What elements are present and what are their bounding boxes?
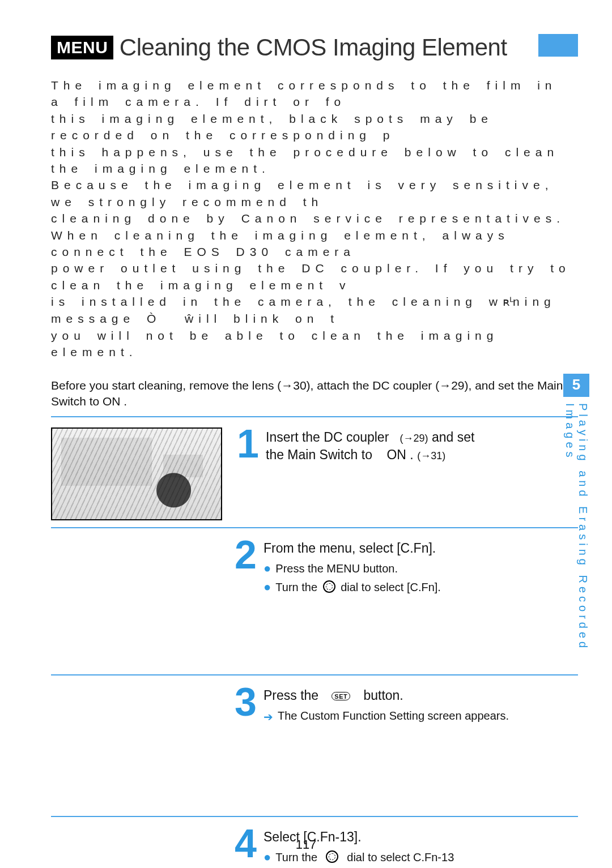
bullet-icon: ● (264, 562, 271, 575)
bullet-icon: ● (264, 581, 271, 593)
arrow-icon: ➔ (264, 709, 273, 725)
dial-icon (326, 850, 338, 863)
step-2-bullet: ● Turn the dial to select [C.Fn]. (264, 579, 567, 596)
step-2-head: From the menu, select [C.Fn]. (264, 540, 567, 557)
intro-line: this happens, use the procedure below to… (51, 144, 578, 177)
step-1-line: the Main Switch to ON . (→31) (266, 446, 567, 464)
intro-line: cleaning done by Canon service represent… (51, 210, 578, 226)
divider (51, 416, 578, 417)
page-heading: MENU Cleaning the CMOS Imaging Element (51, 34, 578, 61)
camera-illustration (51, 427, 222, 520)
before-note: Before you start cleaning, remove the le… (51, 378, 578, 410)
intro-line: this imaging element, black spots may be… (51, 110, 578, 144)
step-2-bullet: ● Press the MENU button. (264, 561, 567, 577)
step-3-head: Press the SET button. (264, 687, 567, 704)
step-2: 2 From the menu, select [C.Fn]. ● Press … (51, 538, 578, 629)
chapter-label: Playing and Erasing Recorded Images (563, 401, 589, 686)
step-number: 3 (230, 686, 261, 720)
page-number: 117 (0, 837, 612, 852)
step-number: 2 (230, 538, 261, 572)
intro-line: you will not be able to clean the imagin… (51, 327, 578, 361)
intro-line: When cleaning the imaging element, alway… (51, 227, 578, 260)
illustration-placeholder (51, 538, 220, 629)
set-button-icon: SET (332, 692, 350, 700)
menu-badge: MENU (51, 36, 113, 59)
intro-line: power outlet using the DC coupler. If yo… (51, 260, 578, 293)
divider (51, 674, 578, 675)
divider (51, 527, 578, 528)
illustration-placeholder (51, 686, 220, 776)
battery-glyph: ʀᴸ (503, 295, 513, 309)
intro-line: is installed in the camera, the cleaning… (51, 293, 578, 327)
divider (51, 816, 578, 817)
step-1: 1 Insert the DC coupler (→29) and set th… (51, 427, 578, 520)
step-1-line: Insert the DC coupler (→29) and set (266, 429, 567, 446)
step-3-result: ➔ The Custom Function Setting screen app… (264, 708, 567, 725)
page-title: Cleaning the CMOS Imaging Element (120, 34, 507, 61)
chapter-color-tab (538, 34, 578, 57)
step-number: 1 (232, 427, 264, 461)
step-3: 3 Press the SET button. ➔ The Custom Fun… (51, 686, 578, 776)
bullet-icon: ● (264, 851, 271, 863)
intro-line: The imaging element corresponds to the f… (51, 77, 578, 110)
chapter-side-tab: 5 Playing and Erasing Recorded Images (563, 374, 589, 691)
chapter-number: 5 (563, 374, 589, 397)
dial-icon (323, 580, 335, 593)
intro-text: The imaging element corresponds to the f… (51, 77, 578, 361)
intro-line: Because the imaging element is very sens… (51, 177, 578, 210)
